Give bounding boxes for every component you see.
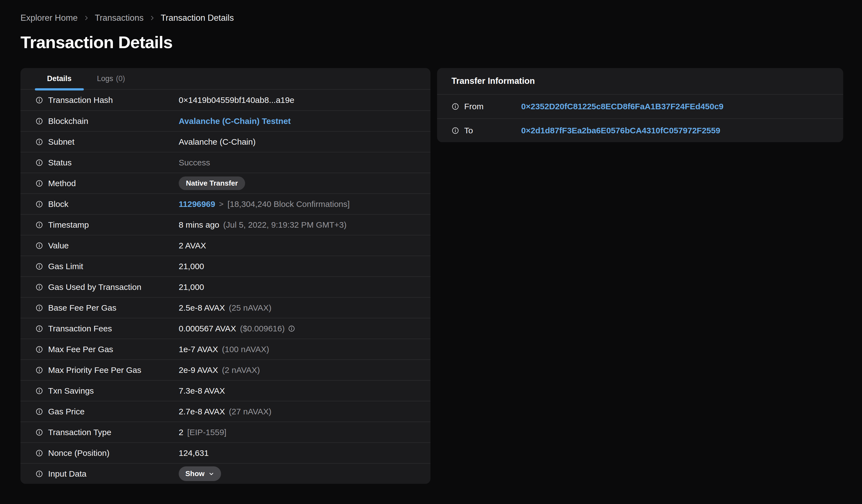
transaction-fees-value: 0.000567 AVAX <box>179 324 236 333</box>
row-label-text: Value <box>48 241 69 250</box>
row-to: To 0×2d1d87fF3Ea2ba6E0576bCA4310fC057972… <box>437 118 843 142</box>
blockchain-link[interactable]: Avalanche (C-Chain) Testnet <box>179 117 291 126</box>
gas-used-value: 21,000 <box>179 282 204 292</box>
gas-price-value: 2.7e-8 AVAX <box>179 407 225 416</box>
base-fee-detail: (25 nAVAX) <box>229 303 271 313</box>
info-icon[interactable] <box>36 200 43 208</box>
info-icon[interactable] <box>36 180 43 187</box>
tab-bar: Details Logs (0) <box>21 68 430 90</box>
show-input-data-button[interactable]: Show <box>179 466 221 481</box>
block-confirmations: [18,304,240 Block Confirmations] <box>227 199 350 209</box>
info-icon[interactable] <box>36 408 43 415</box>
row-label-text: Transaction Type <box>48 428 111 437</box>
tab-details[interactable]: Details <box>34 68 84 89</box>
breadcrumb-transactions[interactable]: Transactions <box>95 13 144 23</box>
info-icon[interactable] <box>36 387 43 395</box>
info-icon[interactable] <box>36 283 43 291</box>
base-fee-value: 2.5e-8 AVAX <box>179 303 225 313</box>
details-rows: Transaction Hash 0×1419b04559bf140ab8...… <box>21 90 430 484</box>
status-value: Success <box>179 158 210 167</box>
info-icon[interactable] <box>36 242 43 250</box>
row-gas-limit: Gas Limit 21,000 <box>21 256 430 276</box>
max-fee-value: 1e-7 AVAX <box>179 345 218 354</box>
info-icon[interactable] <box>36 325 43 332</box>
info-icon[interactable] <box>36 428 43 436</box>
transfer-card: Transfer Information From 0×2352D20fC812… <box>437 68 843 142</box>
row-txn-savings: Txn Savings 7.3e-8 AVAX <box>21 380 430 401</box>
row-blockchain: Blockchain Avalanche (C-Chain) Testnet <box>21 110 430 131</box>
subnet-value: Avalanche (C-Chain) <box>179 137 256 147</box>
row-value: Value 2 AVAX <box>21 235 430 256</box>
row-timestamp: Timestamp 8 mins ago (Jul 5, 2022, 9:19:… <box>21 214 430 235</box>
info-icon[interactable] <box>36 138 43 146</box>
txn-savings-value: 7.3e-8 AVAX <box>179 386 225 396</box>
chevron-down-icon <box>208 471 214 477</box>
transaction-hash-value: 0×1419b04559bf140ab8...a19e <box>179 95 294 105</box>
from-address-link[interactable]: 0×2352D20fC81225c8ECD8f6FaA1B37F24FEd450… <box>521 102 723 111</box>
info-icon[interactable] <box>36 470 43 478</box>
max-fee-detail: (100 nAVAX) <box>222 345 269 354</box>
row-max-priority-fee: Max Priority Fee Per Gas 2e-9 AVAX (2 nA… <box>21 359 430 380</box>
info-icon[interactable] <box>36 221 43 229</box>
info-icon[interactable] <box>36 263 43 270</box>
tab-logs-count: (0) <box>116 75 125 83</box>
row-label-text: Gas Price <box>48 407 84 416</box>
row-transaction-type: Transaction Type 2 [EIP-1559] <box>21 422 430 442</box>
row-label-text: Timestamp <box>48 220 89 229</box>
to-label: To <box>464 126 473 135</box>
info-icon[interactable] <box>36 117 43 125</box>
row-label-text: Txn Savings <box>48 386 94 396</box>
info-icon[interactable] <box>36 366 43 374</box>
row-label-text: Blockchain <box>48 117 88 126</box>
info-icon[interactable] <box>36 449 43 457</box>
row-input-data: Input Data Show <box>21 463 430 484</box>
info-icon[interactable] <box>452 127 459 134</box>
info-icon[interactable] <box>36 96 43 104</box>
row-label-text: Max Fee Per Gas <box>48 345 113 354</box>
row-label-text: Method <box>48 179 76 188</box>
row-label-text: Status <box>48 158 71 167</box>
row-from: From 0×2352D20fC81225c8ECD8f6FaA1B37F24F… <box>437 95 843 118</box>
content: Details Logs (0) Transaction Hash 0×1419… <box>21 68 843 484</box>
breadcrumb-explorer-home[interactable]: Explorer Home <box>21 13 78 23</box>
value-amount: 2 AVAX <box>179 241 206 250</box>
row-label-text: Transaction Hash <box>48 95 113 105</box>
info-icon[interactable] <box>36 159 43 167</box>
row-label-text: Max Priority Fee Per Gas <box>48 366 141 375</box>
breadcrumb: Explorer Home Transactions Transaction D… <box>21 13 843 23</box>
info-icon[interactable] <box>36 304 43 312</box>
row-transaction-hash: Transaction Hash 0×1419b04559bf140ab8...… <box>21 90 430 110</box>
max-priority-fee-value: 2e-9 AVAX <box>179 366 218 375</box>
row-gas-used: Gas Used by Transaction 21,000 <box>21 276 430 297</box>
nonce-value: 124,631 <box>179 448 209 458</box>
tab-logs[interactable]: Logs (0) <box>84 68 138 89</box>
show-button-label: Show <box>185 469 205 478</box>
transfer-card-title: Transfer Information <box>437 68 843 95</box>
row-label-text: Gas Used by Transaction <box>48 282 141 292</box>
tab-details-label: Details <box>47 75 71 83</box>
block-number-link[interactable]: 11296969 <box>179 199 215 209</box>
to-address-link[interactable]: 0×2d1d87fF3Ea2ba6E0576bCA4310fC057972F25… <box>521 126 720 135</box>
row-transaction-fees: Transaction Fees 0.000567 AVAX ($0.00961… <box>21 318 430 339</box>
transaction-type-value: 2 <box>179 428 183 437</box>
chevron-right-icon <box>149 15 155 21</box>
row-label-text: Transaction Fees <box>48 324 112 333</box>
transaction-fees-usd: ($0.009616) <box>240 324 285 333</box>
info-icon[interactable] <box>36 345 43 353</box>
timestamp-relative: 8 mins ago <box>179 220 219 229</box>
row-label-text: Input Data <box>48 469 86 479</box>
fee-info-icon[interactable] <box>288 325 295 332</box>
row-method: Method Native Transfer <box>21 173 430 193</box>
details-card: Details Logs (0) Transaction Hash 0×1419… <box>21 68 430 484</box>
block-separator: > <box>219 200 223 209</box>
row-base-fee: Base Fee Per Gas 2.5e-8 AVAX (25 nAVAX) <box>21 297 430 318</box>
row-gas-price: Gas Price 2.7e-8 AVAX (27 nAVAX) <box>21 401 430 422</box>
transaction-type-detail: [EIP-1559] <box>187 428 226 437</box>
row-status: Status Success <box>21 152 430 173</box>
info-icon[interactable] <box>452 103 459 110</box>
gas-price-detail: (27 nAVAX) <box>229 407 271 416</box>
row-label-text: Block <box>48 199 68 209</box>
from-label: From <box>464 102 484 111</box>
row-subnet: Subnet Avalanche (C-Chain) <box>21 131 430 152</box>
method-badge: Native Transfer <box>179 176 245 190</box>
